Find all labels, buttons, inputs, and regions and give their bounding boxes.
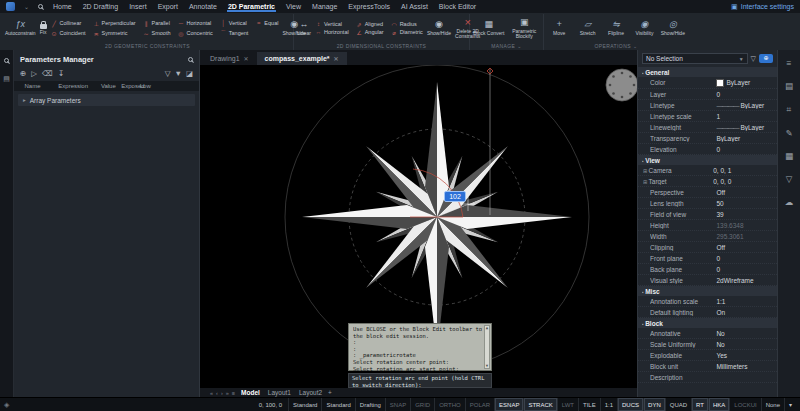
status-toggle[interactable]: ORTHO	[434, 398, 465, 411]
property-value[interactable]: ByLayer	[716, 135, 773, 142]
dim-constraint-button[interactable]: ⌀ Diametric	[391, 29, 423, 36]
status-toggle[interactable]: HKA	[708, 398, 729, 411]
menu-item[interactable]: ExpressTools	[347, 1, 391, 12]
constraint-button[interactable]: ─ Horizontal	[177, 20, 212, 26]
property-row[interactable]: Block	[638, 318, 777, 328]
property-row[interactable]: Linetype ByLayer	[638, 100, 777, 111]
property-value[interactable]: No	[716, 341, 773, 348]
status-toggle[interactable]: Drafting	[355, 398, 385, 411]
property-value[interactable]: ByLayer	[716, 124, 773, 131]
first-layout-icon[interactable]: «	[210, 390, 213, 396]
import-button[interactable]: ↧	[58, 69, 64, 78]
filter-clear-icon[interactable]: ▽	[165, 69, 171, 78]
dynamic-input-field[interactable]: 102	[444, 191, 466, 202]
layout-tab[interactable]: Layout1	[268, 389, 291, 396]
render-tab-icon[interactable]: ✎	[785, 128, 792, 138]
constraint-button[interactable]: = Equal	[255, 20, 278, 26]
menu-item[interactable]: Insert	[128, 1, 148, 12]
layout-tab[interactable]: Layout2	[299, 389, 322, 396]
operation-button[interactable]: ◎ Show/Hide	[661, 19, 685, 37]
document-tab[interactable]: compass_example* ✕	[257, 52, 347, 65]
constraint-button[interactable]: ∼ Smooth	[143, 30, 171, 37]
scroll-up-icon[interactable]: ▲	[486, 326, 488, 330]
status-toggle[interactable]: None	[761, 398, 784, 411]
dim-constraint-button[interactable]: ◠ Radius	[391, 21, 423, 28]
property-row[interactable]: Annotation scale 1:1	[638, 296, 777, 307]
property-row[interactable]: Clipping Off	[638, 242, 777, 253]
constraint-button[interactable]: │ Vertical	[220, 20, 249, 26]
property-row[interactable]: Front plane 0	[638, 253, 777, 264]
group-label-manage[interactable]: MANAGE⌄	[473, 42, 540, 50]
property-value[interactable]: ByLayer	[716, 79, 773, 87]
expand-caret-icon[interactable]: ▸	[23, 97, 26, 103]
property-row[interactable]: Field of view 39	[638, 209, 777, 220]
property-value[interactable]: 39	[716, 211, 773, 218]
constraint-button[interactable]: ╱ Collinear	[51, 20, 86, 27]
operation-button[interactable]: ▱ Stretch	[575, 19, 599, 37]
column-header[interactable]: Value	[95, 83, 121, 89]
app-logo-icon[interactable]	[6, 2, 15, 11]
autoconstrain-button[interactable]: ƒx Autoconstrain	[5, 19, 36, 37]
property-value[interactable]: ByLayer	[716, 102, 773, 109]
constraint-button[interactable]: ◎ Concentric	[177, 30, 212, 37]
status-toggle[interactable]: QUAD	[665, 398, 691, 411]
cloud-tab-icon[interactable]: ☁	[785, 197, 794, 207]
property-row[interactable]: Elevation 0	[638, 144, 777, 155]
menu-item[interactable]: Annotate	[188, 1, 218, 12]
annotation-monitor-icon[interactable]: ◈	[4, 401, 9, 409]
parameters-search-icon[interactable]	[188, 57, 193, 62]
parameter-group-row[interactable]: ▸ Array Parameters	[18, 94, 195, 106]
selection-dropdown[interactable]: No Selection ▼	[642, 53, 748, 64]
property-value[interactable]: 295.3061	[716, 233, 773, 240]
status-toggle[interactable]: STRACK	[523, 398, 556, 411]
property-row[interactable]: View	[638, 155, 777, 165]
column-header[interactable]: Low	[140, 83, 151, 89]
layout-menu-icon[interactable]: ≡	[232, 390, 235, 396]
manage-button[interactable]: ▦ Block Convert	[473, 19, 505, 37]
property-row[interactable]: Lineweight ByLayer	[638, 122, 777, 133]
constraint-button[interactable]: ≍ Symmetric	[93, 30, 136, 37]
status-toggle[interactable]: LOCKUI	[729, 398, 760, 411]
property-value[interactable]: 0, 0, 0	[713, 178, 773, 185]
dim-constraint-button[interactable]: ∠ Angular	[356, 29, 384, 36]
command-history-window[interactable]: Use BCLOSE or the Block Edit toolbar to …	[348, 323, 492, 371]
property-value[interactable]: 0, 0, 1	[713, 167, 773, 174]
property-row[interactable]: General	[638, 67, 777, 77]
property-row[interactable]: Transparency ByLayer	[638, 133, 777, 144]
close-tab-icon[interactable]: ✕	[334, 55, 339, 62]
property-value[interactable]: 50	[716, 200, 773, 207]
property-row[interactable]: Default lighting On	[638, 307, 777, 318]
panel-search-icon[interactable]	[4, 58, 9, 63]
quick-select-button[interactable]: ⊕	[759, 54, 773, 63]
property-row[interactable]: Layer 0	[638, 89, 777, 100]
prev-layout-icon[interactable]: ‹	[216, 390, 218, 396]
property-value[interactable]: 0	[716, 266, 773, 273]
property-value[interactable]: 0	[716, 91, 773, 98]
status-toggle[interactable]: DUCS	[617, 398, 643, 411]
columns-icon[interactable]: ◪	[186, 69, 193, 78]
add-parameter-button[interactable]: ⊕	[20, 69, 26, 78]
blocks-tab-icon[interactable]: ▦	[785, 151, 793, 161]
layers-tab-icon[interactable]: ▤	[785, 81, 793, 91]
group-label-operations[interactable]: OPERATIONS⌄	[547, 42, 685, 50]
filter-icon[interactable]: ▼	[174, 69, 181, 78]
layers-panel-icon[interactable]: ▤	[3, 75, 10, 83]
run-button[interactable]: ▷	[31, 69, 37, 78]
menu-item[interactable]: Block Editor	[438, 1, 477, 12]
property-value[interactable]: 139.6348	[716, 222, 773, 229]
menu-item[interactable]: Export	[157, 1, 179, 12]
properties-tab-icon[interactable]: ≡	[787, 58, 792, 68]
property-row[interactable]: Color ByLayer	[638, 77, 777, 89]
menu-item[interactable]: 2D Parametric	[227, 1, 276, 12]
constraint-button[interactable]: ⊥ Perpendicular	[93, 20, 136, 27]
status-toggle[interactable]: DYN	[643, 398, 665, 411]
command-prompt-input[interactable]: Select rotation arc end point (hold CTRL…	[348, 373, 492, 388]
last-layout-icon[interactable]: »	[226, 390, 229, 396]
property-row[interactable]: Camera 0, 0, 1	[638, 165, 777, 176]
manage-button[interactable]: ▣ Parametric Blockify	[509, 17, 541, 40]
property-value[interactable]: Off	[716, 244, 773, 251]
property-row[interactable]: Scale Uniformly No	[638, 339, 777, 350]
status-toggle[interactable]: RT	[691, 398, 708, 411]
dim-constraint-button[interactable]: ↔ Horizontal	[315, 29, 349, 35]
property-value[interactable]: 2dWireframe	[716, 277, 773, 284]
